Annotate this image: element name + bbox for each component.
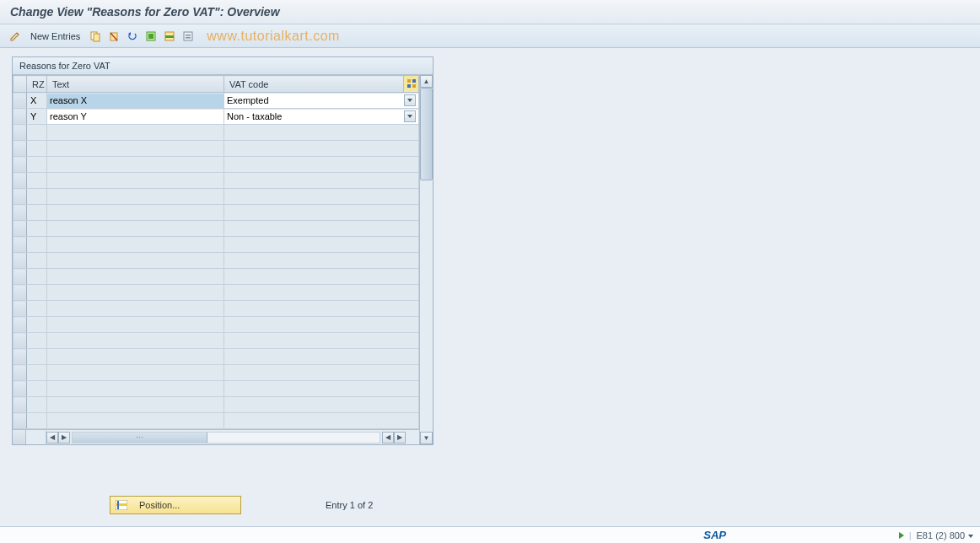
- row-selector[interactable]: [13, 365, 27, 381]
- cell-rz[interactable]: [27, 269, 47, 285]
- cell-vat[interactable]: Non - taxable: [224, 109, 419, 125]
- row-selector[interactable]: [13, 285, 27, 301]
- row-selector[interactable]: [13, 253, 27, 269]
- cell-rz[interactable]: [27, 189, 47, 205]
- cell-text[interactable]: [47, 141, 224, 157]
- row-selector[interactable]: [13, 333, 27, 349]
- cell-vat[interactable]: [224, 253, 419, 269]
- select-block-icon[interactable]: [163, 30, 176, 43]
- cell-vat[interactable]: [224, 189, 419, 205]
- dropdown-arrow-icon[interactable]: [404, 110, 416, 122]
- position-button[interactable]: Position...: [110, 496, 241, 514]
- cell-rz[interactable]: [27, 221, 47, 237]
- row-selector[interactable]: [13, 173, 27, 189]
- undo-icon[interactable]: [126, 30, 139, 43]
- row-selector[interactable]: [13, 125, 27, 141]
- change-icon[interactable]: [8, 30, 22, 43]
- select-all-icon[interactable]: [144, 30, 158, 43]
- col-header-text[interactable]: Text: [47, 76, 224, 93]
- row-selector[interactable]: [13, 269, 27, 285]
- row-selector[interactable]: [13, 157, 27, 173]
- cell-text[interactable]: [47, 205, 224, 221]
- cell-text[interactable]: [47, 269, 224, 285]
- cell-rz[interactable]: [27, 285, 47, 301]
- cell-vat[interactable]: [224, 381, 419, 397]
- cell-text[interactable]: reason Y: [47, 109, 224, 125]
- cell-rz[interactable]: [27, 413, 47, 429]
- cell-vat[interactable]: Exempted: [224, 93, 419, 109]
- cell-text[interactable]: [47, 253, 224, 269]
- row-selector[interactable]: [13, 237, 27, 253]
- cell-vat[interactable]: [224, 237, 419, 253]
- cell-vat[interactable]: [224, 397, 419, 413]
- dropdown-arrow-icon[interactable]: [404, 94, 416, 106]
- cell-vat[interactable]: [224, 269, 419, 285]
- row-selector[interactable]: [13, 141, 27, 157]
- cell-rz[interactable]: [27, 125, 47, 141]
- hscroll-left2-icon[interactable]: ◀: [382, 432, 394, 444]
- cell-rz[interactable]: [27, 365, 47, 381]
- cell-rz[interactable]: [27, 237, 47, 253]
- vscroll-thumb[interactable]: [420, 88, 433, 180]
- hscroll-track[interactable]: ⋯: [72, 432, 380, 444]
- row-selector[interactable]: [13, 93, 27, 109]
- table-config-button[interactable]: [404, 76, 419, 93]
- hscroll-right2-icon[interactable]: ▶: [394, 432, 406, 444]
- vscroll-up-icon[interactable]: ▲: [420, 75, 433, 88]
- cell-rz[interactable]: [27, 397, 47, 413]
- deselect-all-icon[interactable]: [181, 30, 195, 43]
- cell-rz[interactable]: [27, 157, 47, 173]
- row-selector[interactable]: [13, 109, 27, 125]
- cell-rz[interactable]: [27, 349, 47, 365]
- col-header-rz[interactable]: RZ: [27, 76, 47, 93]
- row-selector[interactable]: [13, 413, 27, 429]
- cell-vat[interactable]: [224, 221, 419, 237]
- row-selector[interactable]: [13, 301, 27, 317]
- cell-vat[interactable]: [224, 125, 419, 141]
- cell-vat[interactable]: [224, 173, 419, 189]
- cell-vat[interactable]: [224, 413, 419, 429]
- cell-vat[interactable]: [224, 301, 419, 317]
- delete-icon[interactable]: [107, 30, 121, 43]
- cell-text[interactable]: [47, 301, 224, 317]
- col-header-vat[interactable]: VAT code: [224, 76, 404, 93]
- cell-text[interactable]: [47, 285, 224, 301]
- cell-text[interactable]: [47, 333, 224, 349]
- hscroll-right-icon[interactable]: ▶: [58, 432, 70, 444]
- row-selector[interactable]: [13, 349, 27, 365]
- cell-text[interactable]: [47, 125, 224, 141]
- cell-rz[interactable]: [27, 141, 47, 157]
- cell-text[interactable]: [47, 349, 224, 365]
- row-selector[interactable]: [13, 381, 27, 397]
- cell-text[interactable]: [47, 365, 224, 381]
- vscroll-down-icon[interactable]: ▼: [420, 432, 433, 444]
- cell-text[interactable]: [47, 157, 224, 173]
- cell-text[interactable]: [47, 237, 224, 253]
- cell-vat[interactable]: [224, 141, 419, 157]
- cell-rz[interactable]: [27, 317, 47, 333]
- cell-text[interactable]: [47, 397, 224, 413]
- hscroll-left-icon[interactable]: ◀: [46, 432, 58, 444]
- cell-rz[interactable]: Y: [27, 109, 47, 125]
- cell-text[interactable]: [47, 413, 224, 429]
- cell-rz[interactable]: [27, 173, 47, 189]
- row-selector[interactable]: [13, 205, 27, 221]
- cell-text[interactable]: [47, 381, 224, 397]
- row-selector[interactable]: [13, 221, 27, 237]
- cell-vat[interactable]: [224, 317, 419, 333]
- cell-text[interactable]: [47, 221, 224, 237]
- row-selector[interactable]: [13, 397, 27, 413]
- cell-rz[interactable]: X: [27, 93, 47, 109]
- copy-icon[interactable]: [89, 30, 102, 43]
- row-selector[interactable]: [13, 317, 27, 333]
- cell-vat[interactable]: [224, 349, 419, 365]
- cell-rz[interactable]: [27, 253, 47, 269]
- row-selector-header[interactable]: [13, 76, 27, 93]
- new-entries-button[interactable]: New Entries: [27, 31, 83, 41]
- cell-text[interactable]: [47, 317, 224, 333]
- cell-vat[interactable]: [224, 365, 419, 381]
- cell-text[interactable]: reason X: [47, 93, 224, 109]
- row-selector[interactable]: [13, 189, 27, 205]
- cell-vat[interactable]: [224, 157, 419, 173]
- horizontal-scrollbar[interactable]: ◀ ▶ ⋯ ◀ ▶: [13, 429, 419, 444]
